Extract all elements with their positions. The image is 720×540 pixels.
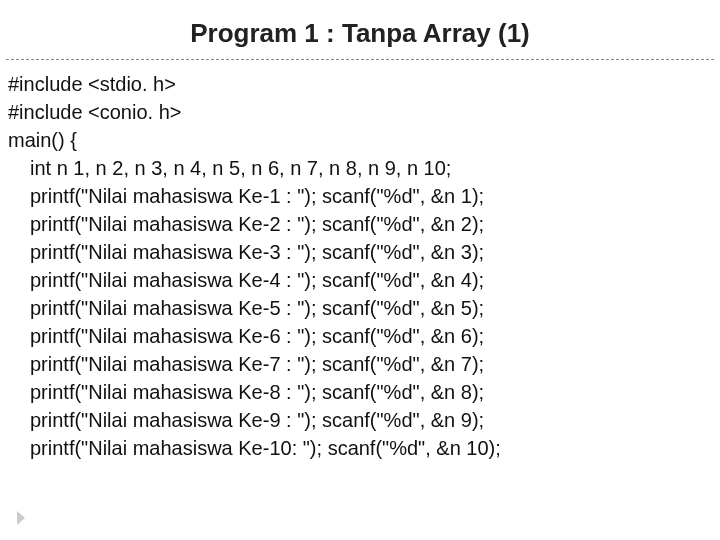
code-line: printf("Nilai mahasiswa Ke-3 : "); scanf… bbox=[8, 238, 712, 266]
code-line: main() { bbox=[8, 126, 712, 154]
code-line: printf("Nilai mahasiswa Ke-6 : "); scanf… bbox=[8, 322, 712, 350]
title-divider bbox=[6, 59, 714, 60]
code-line: printf("Nilai mahasiswa Ke-9 : "); scanf… bbox=[8, 406, 712, 434]
code-line: printf("Nilai mahasiswa Ke-4 : "); scanf… bbox=[8, 266, 712, 294]
code-line: int n 1, n 2, n 3, n 4, n 5, n 6, n 7, n… bbox=[8, 154, 712, 182]
code-block: #include <stdio. h> #include <conio. h> … bbox=[0, 70, 720, 462]
code-line: printf("Nilai mahasiswa Ke-7 : "); scanf… bbox=[8, 350, 712, 378]
code-line: printf("Nilai mahasiswa Ke-8 : "); scanf… bbox=[8, 378, 712, 406]
code-line: printf("Nilai mahasiswa Ke-1 : "); scanf… bbox=[8, 182, 712, 210]
code-line: #include <stdio. h> bbox=[8, 70, 712, 98]
slide-title: Program 1 : Tanpa Array (1) bbox=[0, 0, 720, 55]
code-line: #include <conio. h> bbox=[8, 98, 712, 126]
code-line: printf("Nilai mahasiswa Ke-10: "); scanf… bbox=[8, 434, 712, 462]
code-line: printf("Nilai mahasiswa Ke-5 : "); scanf… bbox=[8, 294, 712, 322]
slide-marker-icon bbox=[17, 511, 25, 525]
code-line: printf("Nilai mahasiswa Ke-2 : "); scanf… bbox=[8, 210, 712, 238]
